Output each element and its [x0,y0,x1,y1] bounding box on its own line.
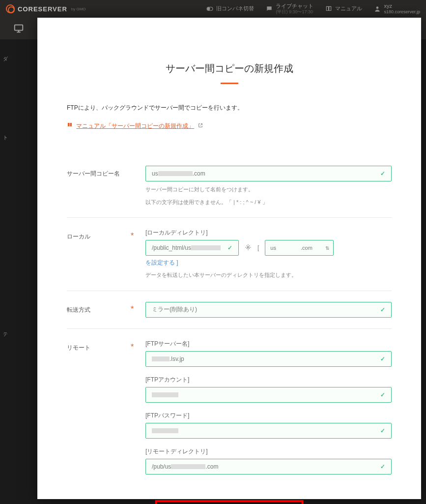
check-icon: ✓ [380,463,385,470]
logo-subtext: by GMO [71,7,86,11]
book-icon [67,122,74,129]
check-icon: ✓ [380,356,385,362]
local-help: データを転送したい本サーバーのディレクトリを指定します。 [145,271,392,280]
logo[interactable]: CORESERVER by GMO [6,4,86,13]
transfer-row: 転送方式 * ミラー(削除あり) ✓ [67,291,392,329]
gear-icon[interactable] [245,244,252,252]
modal-close-button[interactable] [402,25,412,36]
check-icon: ✓ [227,244,232,251]
chevron-updown-icon: ⇅ [325,245,329,251]
copy-name-help2: 以下の文字列は使用できません。「 | * : ; ^ ~ / ¥ 」 [145,198,392,207]
required-mark: * [131,302,145,314]
ftp-account-label: [FTPアカウント] [145,376,392,384]
copy-name-help1: サーバー間コピーに対して名前をつけます。 [145,185,392,194]
local-config-link[interactable]: を設定する ] [145,259,392,267]
svg-point-2 [376,6,379,9]
remote-dir-input[interactable]: /pub/us.com ✓ [145,459,392,474]
ftp-account-input[interactable]: ✓ [145,387,392,403]
local-row: ローカル * [ローカルディレクトリ] /public_html/us ✓ [ [67,218,392,291]
live-chat[interactable]: ライブチャット (平日) 9:30〜17:30 [266,2,313,15]
server-copy-modal: サーバー間コピーの新規作成 FTPにより、バックグラウンドでサーバー間でコピーを… [37,18,421,499]
local-sublabel: [ローカルディレクトリ] [145,229,392,237]
user-menu[interactable]: xyz s180.coreserver.jp [374,2,420,15]
remote-row: リモート * [FTPサーバー名] .lsv.jp ✓ [FTPアカウント] [67,329,392,485]
monitor-icon [13,23,24,34]
required-mark: * [131,340,145,352]
remote-label: リモート [67,340,131,352]
ftp-server-label: [FTPサーバー名] [145,340,392,348]
check-icon: ✓ [380,391,385,398]
manual-link-row: マニュアル「サーバー間コピーの新規作成」 [67,122,392,130]
transfer-label: 転送方式 [67,302,131,314]
ftp-password-input[interactable]: ✓ [145,423,392,439]
submit-highlight-box: +サーバー間コピーを新規作成する [155,500,304,504]
chat-icon [266,5,273,12]
local-dir-input[interactable]: /public_html/us ✓ [145,240,239,256]
local-label: ローカル [67,229,131,241]
modal-description: FTPにより、バックグラウンドでサーバー間でコピーを行います。 [67,104,392,112]
modal-title: サーバー間コピーの新規作成 [67,62,392,84]
book-icon [325,5,332,12]
manual-doc-link[interactable]: マニュアル「サーバー間コピーの新規作成」 [76,122,194,129]
check-icon: ✓ [380,170,385,177]
local-domain-dropdown[interactable]: us.com ⇅ [265,240,334,256]
svg-point-1 [208,8,210,10]
external-link-icon [198,123,203,129]
check-icon: ✓ [380,306,385,313]
logo-text: CORESERVER [18,5,67,13]
close-icon [402,25,412,34]
svg-rect-3 [15,25,23,30]
sidebar-fragment: ダ ト テ [3,39,8,354]
copy-name-label: サーバー間コピー名 [67,166,131,178]
check-icon: ✓ [380,427,385,434]
logo-icon [6,4,15,13]
ftp-server-input[interactable]: .lsv.jp ✓ [145,351,392,367]
top-header: CORESERVER by GMO 旧コンパネ切替 ライブチャット (平日) 9… [0,0,426,18]
transfer-method-select[interactable]: ミラー(削除あり) ✓ [145,302,392,318]
copy-name-input[interactable]: us.com ✓ [145,166,392,181]
ftp-password-label: [FTPパスワード] [145,412,392,420]
old-panel-toggle[interactable]: 旧コンパネ切替 [206,5,254,12]
svg-point-8 [247,246,249,248]
toggle-icon [206,5,213,12]
user-icon [374,5,381,12]
remote-dir-label: [リモートディレクトリ] [145,447,392,456]
copy-name-row: サーバー間コピー名 us.com ✓ サーバー間コピーに対して名前をつけます。 … [67,155,392,218]
required-mark: * [131,229,145,240]
dashboard-icon-box[interactable] [4,18,33,39]
manual-link[interactable]: マニュアル [325,5,362,12]
